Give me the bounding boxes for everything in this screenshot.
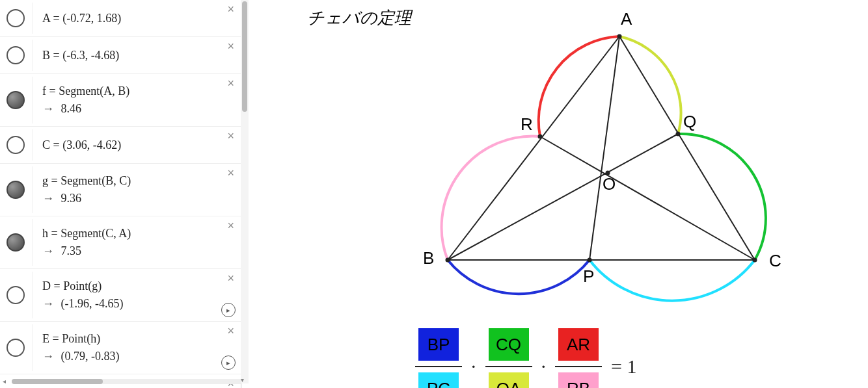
label-Q: Q [683, 112, 696, 131]
chevron-down-icon[interactable]: ▾ [241, 376, 244, 383]
segment-CA [619, 36, 755, 260]
visibility-toggle[interactable] [7, 339, 25, 357]
visibility-toggle[interactable] [7, 136, 25, 154]
algebra-label: A = (-0.72, 1.68) [42, 12, 121, 25]
algebra-row-C[interactable]: C = (3.06, -4.62) × [0, 127, 241, 164]
algebra-row-E[interactable]: E = Point(h) → (0.79, -0.83) × ▸ [0, 322, 241, 374]
close-icon[interactable]: × [227, 40, 234, 53]
algebra-row-g[interactable]: g = Segment(B, C) → 9.36 × [0, 164, 241, 216]
close-icon[interactable]: × [227, 166, 234, 180]
arc-RB [442, 136, 540, 260]
play-icon[interactable]: ▸ [221, 356, 236, 370]
point-R[interactable] [538, 135, 543, 139]
arc-PC [590, 260, 755, 301]
chip-QA: QA [489, 372, 529, 388]
label-O: O [603, 174, 616, 194]
label-P: P [583, 266, 594, 286]
horizontal-scrollbar[interactable]: ◂ [3, 378, 241, 387]
algebra-value: 9.36 [61, 192, 82, 205]
play-icon[interactable]: ▸ [221, 303, 236, 317]
arrow-icon: → [42, 350, 54, 363]
visibility-toggle[interactable] [7, 233, 25, 252]
graphics-view[interactable]: チェバの定理 A B C P Q R O BP [249, 0, 868, 388]
fraction-3: AR RB [555, 328, 602, 388]
point-C[interactable] [753, 258, 757, 263]
chip-CQ: CQ [489, 328, 529, 361]
vertical-scrollbar[interactable]: ▾ [241, 0, 249, 383]
dot-separator: · [471, 356, 476, 378]
visibility-toggle[interactable] [7, 181, 25, 199]
algebra-value: 7.35 [61, 244, 82, 257]
close-icon[interactable]: × [227, 324, 234, 338]
close-icon[interactable]: × [227, 129, 234, 143]
arrow-icon: → [42, 244, 54, 258]
point-A[interactable] [617, 34, 622, 39]
algebra-label: h = Segment(C, A) [42, 227, 131, 240]
scrollbar-thumb[interactable] [242, 1, 247, 112]
ceva-formula: BP PC · CQ QA · AR RB = 1 [411, 328, 642, 388]
algebra-row-B[interactable]: B = (-6.3, -4.68) × [0, 37, 241, 74]
geometry-canvas[interactable]: A B C P Q R O [327, 6, 795, 318]
dot-separator: · [541, 356, 547, 378]
algebra-value: (0.79, -0.83) [61, 350, 120, 363]
point-Q[interactable] [676, 132, 681, 136]
algebra-label: B = (-6.3, -4.68) [42, 49, 119, 62]
label-B: B [423, 248, 434, 268]
algebra-row-f[interactable]: f = Segment(A, B) → 8.46 × [0, 74, 241, 127]
arrow-icon: → [42, 297, 54, 311]
chip-AR: AR [558, 328, 599, 361]
algebra-row-A[interactable]: A = (-0.72, 1.68) × [0, 0, 241, 37]
algebra-value: 8.46 [61, 102, 82, 115]
label-C: C [769, 251, 781, 270]
point-B[interactable] [446, 258, 450, 263]
algebra-label: D = Point(g) [42, 279, 102, 292]
chevron-left-icon[interactable]: ◂ [3, 378, 6, 385]
visibility-toggle[interactable] [7, 91, 25, 109]
chip-PC: PC [418, 372, 459, 388]
visibility-toggle[interactable] [7, 286, 25, 304]
point-P[interactable] [588, 258, 592, 263]
algebra-value: (-1.96, -4.65) [61, 297, 124, 310]
scrollbar-thumb[interactable] [12, 379, 103, 384]
arrow-icon: → [42, 192, 54, 205]
fraction-1: BP PC [415, 328, 462, 388]
algebra-label: g = Segment(B, C) [42, 174, 131, 187]
chip-BP: BP [418, 328, 459, 361]
visibility-toggle[interactable] [7, 46, 25, 64]
visibility-toggle[interactable] [7, 9, 25, 27]
algebra-row-D[interactable]: D = Point(g) → (-1.96, -4.65) × ▸ [0, 269, 241, 322]
label-A: A [621, 9, 632, 29]
segment-CR [540, 136, 755, 260]
fraction-2: CQ QA [485, 328, 532, 388]
chip-RB: RB [558, 372, 599, 388]
equals-one: = 1 [611, 356, 636, 378]
close-icon[interactable]: × [227, 272, 234, 285]
algebra-label: E = Point(h) [42, 332, 100, 345]
label-R: R [521, 114, 533, 134]
close-icon[interactable]: × [227, 219, 234, 233]
arc-BP [448, 260, 590, 294]
algebra-view: A = (-0.72, 1.68) × B = (-6.3, -4.68) × … [0, 0, 241, 388]
algebra-row-h[interactable]: h = Segment(C, A) → 7.35 × [0, 216, 241, 269]
close-icon[interactable]: × [227, 3, 234, 16]
algebra-label: C = (3.06, -4.62) [42, 138, 121, 151]
algebra-label: f = Segment(A, B) [42, 84, 129, 97]
arrow-icon: → [42, 102, 54, 116]
close-icon[interactable]: × [227, 77, 234, 90]
